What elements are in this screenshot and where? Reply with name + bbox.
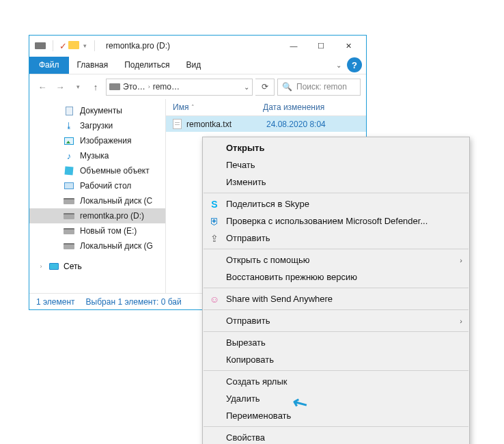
ctx-edit[interactable]: Изменить	[203, 174, 469, 191]
menu-separator	[204, 426, 468, 427]
menu-separator	[204, 288, 468, 288]
tree-label: Изображения	[80, 136, 131, 145]
tab-view[interactable]: Вид	[178, 57, 209, 73]
qat-newfolder-icon[interactable]	[68, 41, 79, 51]
tab-share[interactable]: Поделиться	[116, 57, 178, 73]
minimize-button[interactable]: —	[280, 36, 307, 55]
ctx-copy[interactable]: Копировать	[203, 351, 469, 368]
nav-forward-button[interactable]: →	[53, 79, 68, 94]
drive-icon	[64, 198, 74, 204]
ctx-defender[interactable]: ⛨ Проверка с использованием Microsoft De…	[203, 212, 469, 230]
share-icon: ⇪	[208, 233, 221, 244]
tree-label: remontka.pro (D:)	[80, 211, 144, 221]
navbar: ← → ▾ ↑ Это… › remo… ⌄ ⟳ 🔍 Поиск: remon	[29, 74, 366, 99]
search-input[interactable]: 🔍 Поиск: remon	[277, 79, 361, 96]
column-header-date[interactable]: Дата изменения	[263, 102, 366, 112]
nav-back-button[interactable]: ←	[35, 79, 50, 94]
tree-item-documents[interactable]: Документы	[29, 103, 165, 118]
menu-separator	[204, 331, 468, 332]
navigation-pane: Документы ⭳ Загрузки Изображения ♪ Музык…	[29, 99, 166, 293]
textfile-icon	[173, 119, 182, 129]
tab-file[interactable]: Файл	[29, 57, 69, 74]
tree-item-3dobjects[interactable]: Объемные объект	[29, 163, 165, 178]
ctx-sendto[interactable]: Отправить ›	[203, 312, 469, 329]
tree-item-remontka[interactable]: remontka.pro (D:)	[29, 208, 165, 223]
ctx-delete[interactable]: Удалить	[203, 390, 469, 407]
sort-asc-icon: ˄	[191, 104, 195, 111]
maximize-button[interactable]: ☐	[307, 36, 335, 55]
separator	[53, 40, 53, 51]
ctx-share[interactable]: ⇪ Отправить	[203, 230, 469, 247]
file-row-selected[interactable]: remontka.txt 24.08.2020 8:04	[166, 116, 366, 132]
breadcrumb-item[interactable]: remo…	[153, 82, 180, 92]
column-label: Имя	[173, 102, 188, 112]
refresh-button[interactable]: ⟳	[255, 79, 275, 96]
context-menu: Открыть Печать Изменить S Поделиться в S…	[202, 137, 470, 444]
chevron-right-icon[interactable]: ›	[38, 263, 44, 270]
drive-icon	[64, 228, 74, 234]
tree-label: Новый том (E:)	[80, 226, 137, 236]
ctx-properties[interactable]: Свойства	[203, 429, 469, 444]
column-header-name[interactable]: Имя ˄	[173, 102, 263, 112]
sendanywhere-icon: ☺	[208, 294, 221, 305]
address-dropdown-icon[interactable]: ⌄	[244, 83, 249, 91]
help-icon[interactable]: ?	[347, 57, 362, 72]
tree-item-downloads[interactable]: ⭳ Загрузки	[29, 118, 165, 133]
status-count: 1 элемент	[36, 297, 75, 307]
address-bar[interactable]: Это… › remo… ⌄	[106, 79, 253, 96]
ctx-sendanywhere[interactable]: ☺ Share with Send Anywhere	[203, 290, 469, 307]
chevron-right-icon: ›	[148, 83, 150, 90]
search-placeholder: Поиск: remon	[296, 82, 347, 92]
ctx-openwith[interactable]: Открыть с помощью ›	[203, 251, 469, 268]
tree-label: Рабочий стол	[80, 181, 131, 191]
qat-properties-icon[interactable]: ✓	[57, 41, 68, 51]
ctx-restore[interactable]: Восстановить прежнюю версию	[203, 268, 469, 286]
network-icon	[49, 263, 59, 270]
drive-icon	[64, 243, 74, 249]
images-icon	[64, 137, 74, 145]
tree-item-network[interactable]: › Сеть	[29, 259, 165, 274]
tree-item-desktop[interactable]: Рабочий стол	[29, 178, 165, 193]
tree-item-newvol[interactable]: Новый том (E:)	[29, 223, 165, 238]
ctx-open[interactable]: Открыть	[203, 139, 469, 156]
window-title: remontka.pro (D:)	[106, 41, 170, 51]
ctx-shortcut[interactable]: Создать ярлык	[203, 373, 469, 390]
tree-label: Сеть	[64, 262, 82, 271]
nav-up-button[interactable]: ↑	[88, 79, 103, 94]
tree-label: Документы	[80, 106, 122, 115]
ctx-skype[interactable]: S Поделиться в Skype	[203, 195, 469, 212]
column-headers: Имя ˄ Дата изменения	[166, 99, 366, 116]
cube-icon	[64, 166, 73, 175]
close-button[interactable]: ✕	[335, 36, 362, 55]
ctx-rename[interactable]: Переименовать	[203, 407, 469, 424]
tree-item-images[interactable]: Изображения	[29, 133, 165, 148]
tree-item-disk-c[interactable]: Локальный диск (С	[29, 193, 165, 208]
tree-label: Локальный диск (G	[80, 241, 153, 251]
breadcrumb-item[interactable]: Это…	[123, 82, 145, 92]
ctx-print[interactable]: Печать	[203, 156, 469, 174]
status-selection: Выбран 1 элемент: 0 бай	[86, 297, 182, 307]
menu-separator	[204, 370, 468, 371]
music-icon: ♪	[64, 151, 74, 161]
drive-icon	[35, 42, 46, 49]
menu-separator	[204, 309, 468, 310]
nav-recent-icon[interactable]: ▾	[70, 79, 85, 94]
chevron-right-icon: ›	[460, 256, 462, 264]
ribbon-collapse-icon[interactable]: ⌄	[331, 61, 347, 69]
drive-icon	[109, 83, 120, 90]
tree-label: Загрузки	[80, 121, 113, 130]
file-date: 24.08.2020 8:04	[266, 120, 326, 129]
menu-separator	[204, 249, 468, 249]
qat-dropdown-icon[interactable]: ▾	[79, 42, 90, 49]
tree-item-music[interactable]: ♪ Музыка	[29, 148, 165, 163]
ctx-cut[interactable]: Вырезать	[203, 334, 469, 351]
skype-icon: S	[208, 199, 221, 210]
titlebar: ✓ ▾ remontka.pro (D:) — ☐ ✕	[29, 36, 366, 56]
tree-item-disk-g[interactable]: Локальный диск (G	[29, 238, 165, 253]
download-icon: ⭳	[64, 121, 74, 130]
tree-label: Локальный диск (С	[80, 196, 152, 206]
document-icon	[66, 107, 73, 115]
tab-home[interactable]: Главная	[69, 57, 117, 73]
search-icon: 🔍	[282, 82, 292, 92]
separator	[94, 40, 95, 51]
